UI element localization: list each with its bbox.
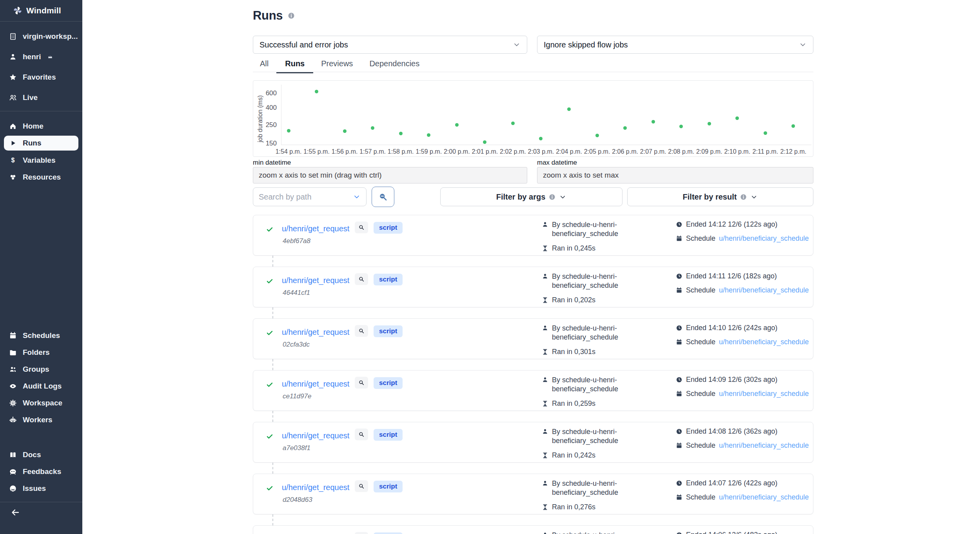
run-id: 4ebf67a8 [283,237,310,245]
run-path-link[interactable]: u/henri/get_request [282,431,349,440]
calendar-icon [676,442,682,449]
success-check-icon [266,381,273,388]
sidebar-item-label: Workspace [23,399,62,407]
calendar-icon [676,287,682,294]
sidebar-item-label: henri [23,53,41,61]
clock-icon [676,221,682,228]
clock-icon [676,428,682,435]
schedule-link[interactable]: u/henri/beneficiary_schedule [719,286,809,294]
success-check-icon [266,485,273,492]
sidebar-item-feedbacks[interactable]: Feedbacks [0,463,82,480]
sidebar-item-variables[interactable]: Variables [0,152,82,169]
inspect-run-button[interactable] [355,273,368,285]
windmill-logo[interactable]: Windmill [0,0,82,22]
clock-icon [676,532,682,534]
building-icon [9,33,17,40]
success-check-icon [266,433,273,440]
sidebar-item-folders[interactable]: Folders [0,344,82,361]
run-row[interactable]: u/henri/get_request script 4ebf67a8 By s… [253,215,813,256]
sidebar-item-groups[interactable]: Groups [0,361,82,378]
home-icon [9,122,17,130]
sidebar-item-label: Docs [23,450,41,459]
book-icon [9,451,17,459]
inspect-run-button[interactable] [355,480,368,492]
run-path-link[interactable]: u/henri/get_request [282,328,349,337]
run-row[interactable]: u/henri/get_request script 02cfa3dc By s… [253,318,813,359]
user-icon [542,428,548,435]
row-connector [272,256,273,267]
row-connector [272,514,273,525]
calendar-icon [676,339,682,345]
inspect-run-button[interactable] [355,532,368,534]
brand-name: Windmill [26,6,61,15]
run-path-link[interactable]: u/henri/get_request [282,276,349,285]
job-kind-badge: script [374,325,403,337]
hourglass-icon [542,297,548,303]
run-row[interactable]: u/henri/get_request script d2048d63 By s… [253,474,813,514]
sidebar-item-resources[interactable]: Resources [0,169,82,185]
job-kind-badge: script [374,481,403,492]
hourglass-icon [542,504,548,510]
sidebar-item-workspace[interactable]: Workspace [0,394,82,411]
run-duration: Ran in 0,202s [542,296,595,304]
sidebar-collapse [0,502,82,517]
calendar-icon [676,235,682,242]
sidebar-item-workers[interactable]: Workers [0,411,82,428]
run-schedule: Schedule u/henri/beneficiary_schedule [676,234,809,243]
sidebar-item-home[interactable]: Home [0,118,82,134]
hourglass-icon [542,349,548,355]
star-icon [9,73,17,81]
schedule-link[interactable]: u/henri/beneficiary_schedule [719,338,809,346]
sidebar-item-docs[interactable]: Docs [0,446,82,463]
sidebar-item-favorites[interactable]: Favorites [0,67,82,87]
schedule-link[interactable]: u/henri/beneficiary_schedule [719,493,809,501]
sidebar-item-runs[interactable]: Runs [4,136,78,151]
sidebar-item-virgin-worksp-[interactable]: virgin-worksp... [0,26,82,47]
run-path-link[interactable]: u/henri/get_request [282,224,349,233]
sidebar-item-label: Schedules [23,331,60,340]
sidebar-item-label: Live [23,93,38,102]
cubes-icon [9,173,17,181]
sidebar-item-issues[interactable]: Issues [0,480,82,497]
run-path-link[interactable]: u/henri/get_request [282,380,349,389]
run-schedule: Schedule u/henri/beneficiary_schedule [676,286,809,294]
run-duration: Ran in 0,259s [542,400,595,408]
magnifier-icon [358,483,365,489]
inspect-run-button[interactable] [355,377,368,389]
user-icon [542,325,548,331]
inspect-run-button[interactable] [355,222,368,233]
sidebar-item-label: Workers [23,416,53,424]
sidebar-item-label: Resources [23,173,61,182]
sidebar-item-schedules[interactable]: Schedules [0,327,82,344]
user-icon [542,273,548,280]
sidebar-item-live[interactable]: Live [0,87,82,108]
sidebar-item-audit-logs[interactable]: Audit Logs [0,378,82,394]
sidebar-item-henri[interactable]: henri [0,47,82,67]
sidebar-item-label: Favorites [23,73,56,82]
run-triggered-by: By schedule-u-henri-beneficiary_schedule [542,272,635,290]
row-connector [272,411,273,422]
arrow-left-icon[interactable] [11,508,20,517]
user-icon [542,221,548,228]
run-row[interactable]: u/henri/get_request script 46441cf1 By s… [253,267,813,307]
magnifier-icon [358,431,365,438]
job-kind-badge: script [374,377,403,389]
run-id: d2048d63 [283,496,312,504]
sidebar-item-label: Groups [23,365,49,374]
run-row[interactable]: u/henri/get_request script ce11d97e By s… [253,370,813,411]
inspect-run-button[interactable] [355,429,368,440]
eye-icon [9,382,17,390]
clock-icon [676,376,682,383]
schedule-link[interactable]: u/henri/beneficiary_schedule [719,234,809,243]
run-duration: Ran in 0,245s [542,244,595,252]
run-row[interactable]: u/henri/get_request script By schedule-u… [253,525,813,534]
run-row[interactable]: u/henri/get_request script a7e038f1 By s… [253,422,813,463]
schedule-link[interactable]: u/henri/beneficiary_schedule [719,390,809,398]
row-connector [272,463,273,474]
schedule-link[interactable]: u/henri/beneficiary_schedule [719,441,809,450]
magnifier-icon [358,380,365,386]
run-path-link[interactable]: u/henri/get_request [282,483,349,492]
run-triggered-by: By schedule-u-henri-beneficiary_schedule [542,427,635,445]
crown-icon [47,54,53,60]
inspect-run-button[interactable] [355,325,368,337]
